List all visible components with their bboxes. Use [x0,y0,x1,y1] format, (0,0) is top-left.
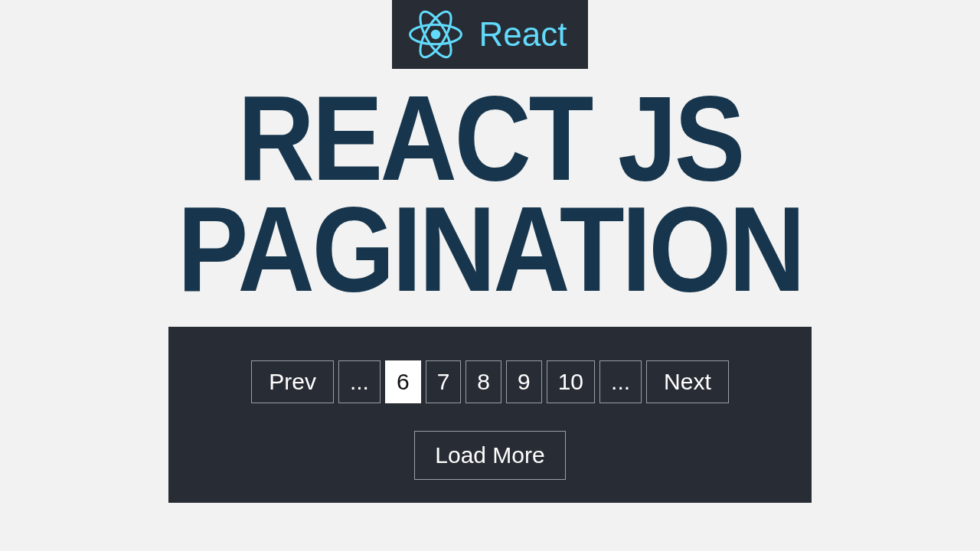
pagination-bar: Prev ... 6 7 8 9 10 ... Next [251,360,729,403]
react-logo-icon [406,5,466,64]
ellipsis-left[interactable]: ... [338,360,381,403]
prev-button[interactable]: Prev [251,360,334,403]
next-button[interactable]: Next [646,360,729,403]
load-more-button[interactable]: Load More [414,431,565,480]
page-9-button[interactable]: 9 [506,360,542,403]
page-8-button[interactable]: 8 [466,360,501,403]
react-badge: React [392,0,589,69]
page-title: REACT JS PAGINATION [177,83,802,305]
pagination-panel: Prev ... 6 7 8 9 10 ... Next Load More [168,327,812,503]
title-line-2: PAGINATION [177,181,802,316]
page-10-button[interactable]: 10 [547,360,595,403]
page-7-button[interactable]: 7 [426,360,462,403]
page-6-button[interactable]: 6 [385,360,421,403]
react-badge-label: React [479,15,567,54]
svg-point-0 [430,30,439,39]
ellipsis-right[interactable]: ... [599,360,642,403]
